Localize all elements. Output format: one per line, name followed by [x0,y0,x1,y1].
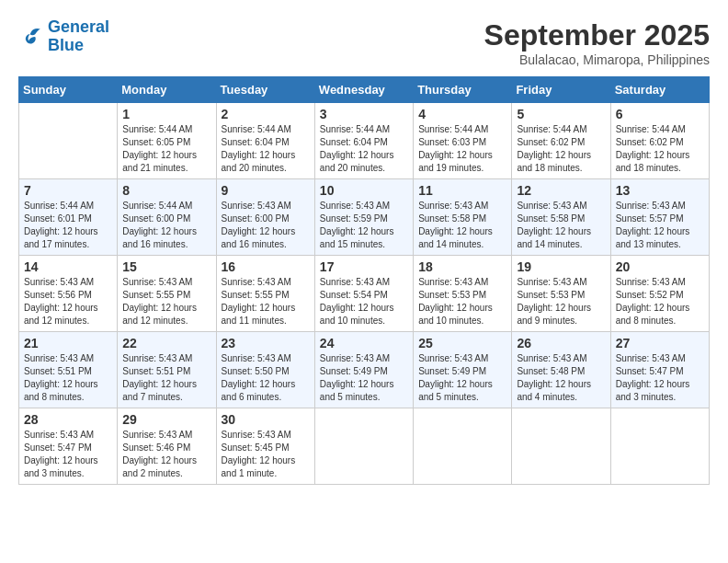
day-number: 30 [222,412,310,427]
calendar-cell: 6Sunrise: 5:44 AM Sunset: 6:02 PM Daylig… [610,103,709,179]
day-info: Sunrise: 5:43 AM Sunset: 5:54 PM Dayligh… [320,276,408,327]
day-info: Sunrise: 5:43 AM Sunset: 5:49 PM Dayligh… [418,352,506,404]
day-number: 1 [122,107,210,121]
header-monday: Monday [118,77,216,103]
day-info: Sunrise: 5:43 AM Sunset: 5:53 PM Dayligh… [418,276,506,327]
day-number: 5 [517,107,605,121]
calendar-cell: 23Sunrise: 5:43 AM Sunset: 5:50 PM Dayli… [216,332,314,408]
day-info: Sunrise: 5:43 AM Sunset: 5:55 PM Dayligh… [222,276,310,327]
logo-line1: General [48,17,109,36]
day-number: 17 [320,259,408,274]
header-saturday: Saturday [610,77,709,103]
day-number: 28 [24,412,112,427]
calendar-cell: 25Sunrise: 5:43 AM Sunset: 5:49 PM Dayli… [414,332,512,408]
page-header: General Blue September 2025 Bulalacao, M… [18,18,710,67]
day-info: Sunrise: 5:43 AM Sunset: 5:53 PM Dayligh… [517,276,605,327]
logo-line2: Blue [48,36,84,54]
title-block: September 2025 Bulalacao, Mimaropa, Phil… [484,18,710,67]
day-number: 27 [616,336,704,350]
calendar-cell: 10Sunrise: 5:43 AM Sunset: 5:59 PM Dayli… [314,179,413,256]
day-number: 24 [320,336,408,350]
calendar-cell: 2Sunrise: 5:44 AM Sunset: 6:04 PM Daylig… [216,103,314,179]
calendar-cell: 22Sunrise: 5:43 AM Sunset: 5:51 PM Dayli… [118,332,216,408]
header-thursday: Thursday [414,77,512,103]
calendar-cell: 9Sunrise: 5:43 AM Sunset: 6:00 PM Daylig… [216,179,314,256]
calendar-cell: 20Sunrise: 5:43 AM Sunset: 5:52 PM Dayli… [610,256,709,332]
week-row-3: 14Sunrise: 5:43 AM Sunset: 5:56 PM Dayli… [19,256,710,332]
calendar-cell [512,408,610,485]
day-number: 8 [122,183,210,198]
header-wednesday: Wednesday [314,77,413,103]
calendar-cell: 3Sunrise: 5:44 AM Sunset: 6:04 PM Daylig… [314,103,413,179]
day-info: Sunrise: 5:43 AM Sunset: 5:47 PM Dayligh… [616,352,704,404]
calendar-cell: 14Sunrise: 5:43 AM Sunset: 5:56 PM Dayli… [19,256,118,332]
calendar-header-row: SundayMondayTuesdayWednesdayThursdayFrid… [19,77,710,103]
day-info: Sunrise: 5:43 AM Sunset: 5:59 PM Dayligh… [320,200,408,251]
calendar-cell: 12Sunrise: 5:43 AM Sunset: 5:58 PM Dayli… [512,179,610,256]
day-info: Sunrise: 5:43 AM Sunset: 5:49 PM Dayligh… [320,352,408,404]
logo: General Blue [18,18,109,55]
calendar-cell [414,408,512,485]
day-info: Sunrise: 5:43 AM Sunset: 5:58 PM Dayligh… [517,200,605,251]
calendar-table: SundayMondayTuesdayWednesdayThursdayFrid… [18,76,710,485]
calendar-cell: 17Sunrise: 5:43 AM Sunset: 5:54 PM Dayli… [314,256,413,332]
day-number: 6 [616,107,704,121]
week-row-4: 21Sunrise: 5:43 AM Sunset: 5:51 PM Dayli… [19,332,710,408]
calendar-cell: 13Sunrise: 5:43 AM Sunset: 5:57 PM Dayli… [610,179,709,256]
day-number: 23 [222,336,310,350]
day-number: 25 [418,336,506,350]
header-friday: Friday [512,77,610,103]
calendar-cell: 26Sunrise: 5:43 AM Sunset: 5:48 PM Dayli… [512,332,610,408]
day-info: Sunrise: 5:43 AM Sunset: 5:45 PM Dayligh… [222,429,310,480]
day-info: Sunrise: 5:43 AM Sunset: 5:50 PM Dayligh… [222,352,310,404]
calendar-cell [610,408,709,485]
calendar-cell: 28Sunrise: 5:43 AM Sunset: 5:47 PM Dayli… [19,408,118,485]
day-number: 4 [418,107,506,121]
calendar-cell: 5Sunrise: 5:44 AM Sunset: 6:02 PM Daylig… [512,103,610,179]
calendar-cell: 21Sunrise: 5:43 AM Sunset: 5:51 PM Dayli… [19,332,118,408]
calendar-cell [314,408,413,485]
calendar-cell [19,103,118,179]
subtitle: Bulalacao, Mimaropa, Philippines [484,52,710,67]
day-number: 2 [222,107,310,121]
header-tuesday: Tuesday [216,77,314,103]
day-info: Sunrise: 5:44 AM Sunset: 6:04 PM Dayligh… [320,123,408,175]
week-row-2: 7Sunrise: 5:44 AM Sunset: 6:01 PM Daylig… [19,179,710,256]
logo-text: General Blue [48,18,109,55]
calendar-cell: 30Sunrise: 5:43 AM Sunset: 5:45 PM Dayli… [216,408,314,485]
day-info: Sunrise: 5:43 AM Sunset: 5:47 PM Dayligh… [24,429,112,480]
day-info: Sunrise: 5:43 AM Sunset: 5:51 PM Dayligh… [122,352,210,404]
day-info: Sunrise: 5:43 AM Sunset: 5:57 PM Dayligh… [616,200,704,251]
calendar-cell: 4Sunrise: 5:44 AM Sunset: 6:03 PM Daylig… [414,103,512,179]
day-number: 20 [616,259,704,274]
calendar-cell: 1Sunrise: 5:44 AM Sunset: 6:05 PM Daylig… [118,103,216,179]
day-info: Sunrise: 5:44 AM Sunset: 6:00 PM Dayligh… [122,200,210,251]
day-info: Sunrise: 5:43 AM Sunset: 6:00 PM Dayligh… [222,200,310,251]
day-info: Sunrise: 5:44 AM Sunset: 6:04 PM Dayligh… [222,123,310,175]
calendar-cell: 8Sunrise: 5:44 AM Sunset: 6:00 PM Daylig… [118,179,216,256]
day-number: 11 [418,183,506,198]
calendar-cell: 19Sunrise: 5:43 AM Sunset: 5:53 PM Dayli… [512,256,610,332]
day-number: 21 [24,336,112,350]
day-number: 3 [320,107,408,121]
calendar-cell: 27Sunrise: 5:43 AM Sunset: 5:47 PM Dayli… [610,332,709,408]
calendar-cell: 24Sunrise: 5:43 AM Sunset: 5:49 PM Dayli… [314,332,413,408]
day-number: 22 [122,336,210,350]
calendar-cell: 15Sunrise: 5:43 AM Sunset: 5:55 PM Dayli… [118,256,216,332]
day-number: 19 [517,259,605,274]
main-title: September 2025 [484,18,710,52]
day-info: Sunrise: 5:43 AM Sunset: 5:48 PM Dayligh… [517,352,605,404]
week-row-5: 28Sunrise: 5:43 AM Sunset: 5:47 PM Dayli… [19,408,710,485]
day-info: Sunrise: 5:43 AM Sunset: 5:46 PM Dayligh… [122,429,210,480]
week-row-1: 1Sunrise: 5:44 AM Sunset: 6:05 PM Daylig… [19,103,710,179]
calendar-cell: 18Sunrise: 5:43 AM Sunset: 5:53 PM Dayli… [414,256,512,332]
day-number: 10 [320,183,408,198]
day-info: Sunrise: 5:44 AM Sunset: 6:02 PM Dayligh… [616,123,704,175]
day-number: 16 [222,259,310,274]
day-number: 29 [122,412,210,427]
day-number: 15 [122,259,210,274]
day-number: 12 [517,183,605,198]
day-info: Sunrise: 5:44 AM Sunset: 6:02 PM Dayligh… [517,123,605,175]
day-info: Sunrise: 5:43 AM Sunset: 5:56 PM Dayligh… [24,276,112,327]
day-info: Sunrise: 5:44 AM Sunset: 6:01 PM Dayligh… [24,200,112,251]
